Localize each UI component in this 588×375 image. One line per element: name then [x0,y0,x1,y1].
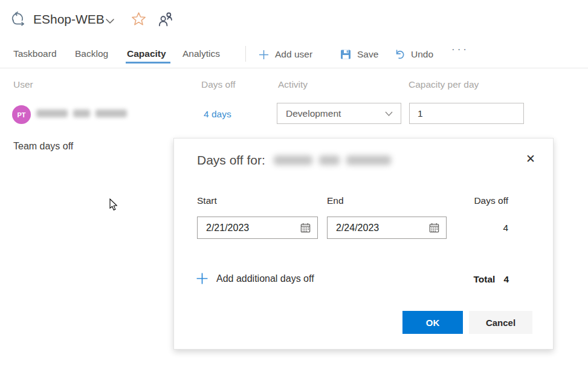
save-label: Save [357,49,378,60]
close-icon[interactable]: ✕ [523,151,538,166]
calendar-icon[interactable] [428,222,440,233]
save-icon [340,48,352,60]
save-button[interactable]: Save [340,46,378,63]
start-column-label: Start [197,195,217,206]
start-date-input[interactable] [206,223,300,233]
end-date-field[interactable] [327,217,447,239]
end-column-label: End [327,195,344,206]
user-days-off-link[interactable]: 4 days [204,109,231,120]
column-header-user: User [13,79,33,90]
sprint-icon [10,10,27,27]
more-options-button[interactable]: ··· [451,44,469,56]
team-days-off-label[interactable]: Team days off [13,141,73,152]
ok-button[interactable]: OK [402,311,463,334]
capacity-page: EShop-WEB Taskboard Backlog Capacity Ana… [0,0,588,375]
favorite-star-icon[interactable] [131,11,147,27]
toolbar-divider [245,46,246,62]
tab-bar: Taskboard Backlog Capacity Analytics Add… [0,45,588,68]
add-additional-days-off-label: Add additional days off [216,273,314,284]
capacity-per-day-input[interactable] [409,103,524,124]
tab-analytics[interactable]: Analytics [183,48,220,59]
active-tab-underline [126,62,170,64]
avatar: PT [12,105,31,124]
tab-capacity[interactable]: Capacity [127,48,166,59]
total-row: Total 4 [474,274,509,285]
sprint-title[interactable]: EShop-WEB [33,12,105,27]
days-off-column-label: Days off [474,195,508,206]
team-members-icon[interactable] [157,10,174,28]
dialog-title: Days off for: [197,153,391,168]
activity-select-value: Development [286,108,384,119]
plus-icon [258,49,270,60]
total-value: 4 [503,274,509,285]
calendar-icon[interactable] [300,222,311,233]
tab-taskboard[interactable]: Taskboard [13,48,57,59]
page-header: EShop-WEB [0,0,588,38]
mouse-cursor [109,198,118,212]
column-header-days-off: Days off [201,79,236,90]
tab-backlog[interactable]: Backlog [75,48,108,59]
undo-label: Undo [411,49,433,60]
blurred-user-name [274,155,391,165]
column-header-capacity-per-day: Capacity per day [409,79,479,90]
dialog-title-prefix: Days off for: [197,153,265,168]
add-user-label: Add user [275,49,312,60]
cancel-button[interactable]: Cancel [469,311,532,334]
total-label: Total [474,274,496,285]
plus-icon [196,272,208,285]
header-separator [0,68,588,68]
chevron-down-icon [384,111,393,117]
activity-select[interactable]: Development [277,103,401,124]
days-off-dialog: Days off for: ✕ Start End Days off [173,138,554,350]
sprint-picker-chevron-icon[interactable] [104,16,116,26]
undo-button[interactable]: Undo [393,46,433,63]
end-date-input[interactable] [336,223,428,233]
add-user-button[interactable]: Add user [258,46,312,63]
entry-days-off-value: 4 [503,223,508,233]
blurred-user-name [36,109,127,117]
undo-icon [393,48,405,60]
column-header-activity: Activity [278,79,308,90]
add-additional-days-off-button[interactable]: Add additional days off [196,272,314,285]
start-date-field[interactable] [197,217,318,239]
